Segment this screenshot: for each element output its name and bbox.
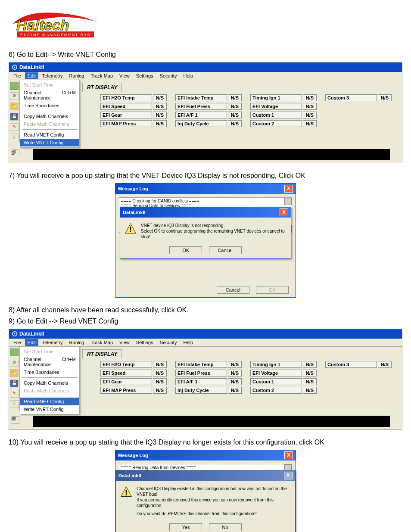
menu-trackmap[interactable]: Track Map [88, 339, 116, 346]
channel-label[interactable]: Custom 3 [325, 361, 377, 368]
menu-file[interactable]: File [11, 72, 24, 79]
inner-title: DataLinkII [123, 210, 146, 215]
channel-value: N/S [378, 94, 392, 101]
channel-label[interactable]: EFI Intake Temp [175, 94, 227, 101]
channel-label[interactable]: EFI Intake Temp [175, 361, 227, 368]
gear-icon [12, 331, 18, 337]
menubar[interactable]: File Edit Telemetry Runlog Track Map Vie… [9, 339, 402, 347]
mi-time-boundaries[interactable]: Time Boundaries [20, 368, 79, 376]
menu-telemetry[interactable]: Telemetry [40, 339, 65, 346]
ok-button[interactable]: OK [169, 246, 202, 254]
channel-label[interactable]: Timing Ign 1 [250, 361, 302, 368]
mi-copy-math[interactable]: Copy Math Channels [20, 379, 79, 387]
tb-forbid-icon[interactable]: ⊘ [10, 359, 19, 367]
channel-value: N/S [303, 112, 317, 118]
cancel-button[interactable]: Cancel [209, 246, 242, 254]
channel-label[interactable]: Timing Ign 1 [250, 94, 302, 101]
close-icon[interactable]: X [284, 472, 293, 479]
channel-label[interactable]: EFI Speed [100, 103, 152, 110]
channel-label[interactable]: Inj Duty Cycle [175, 387, 227, 394]
mi-write-vnet[interactable]: Write VNET Config [20, 405, 79, 413]
menu-telemetry[interactable]: Telemetry [40, 72, 65, 79]
tb-save-icon[interactable]: 💾 [10, 380, 19, 387]
channel-label[interactable]: EFI Speed [100, 370, 152, 376]
tb-chart-icon[interactable]: ✎ [10, 390, 19, 398]
channel-label[interactable]: EFI Gear [100, 112, 152, 118]
message-log-dialog: Message Log X ==== Checking for CANID co… [115, 183, 296, 298]
tab-rt-display[interactable]: RT DISPLAY [82, 349, 122, 358]
menu-runlog[interactable]: Runlog [67, 339, 87, 346]
dialog-titlebar[interactable]: Message Log X [115, 184, 296, 194]
dialog-titlebar[interactable]: Message Log X [115, 450, 296, 460]
menu-separator [22, 129, 78, 130]
channel-value: N/S [153, 378, 167, 385]
mi-time-boundaries[interactable]: Time Boundaries [20, 102, 79, 109]
mi-channel-maintenance[interactable]: Channel MaintenanceCtrl+M [20, 355, 79, 368]
channel-label[interactable]: EFI Fuel Press [175, 370, 227, 376]
menu-settings[interactable]: Settings [134, 72, 156, 79]
svg-point-8 [14, 333, 16, 335]
menu-view[interactable]: View [117, 339, 132, 346]
tb-save-icon[interactable]: 💾 [10, 113, 19, 121]
channel-value: N/S [153, 387, 167, 394]
window-titlebar: DataLinkII [9, 62, 402, 72]
tb-new-icon[interactable] [10, 348, 19, 356]
scroll-up-icon[interactable] [284, 198, 292, 205]
edit-dropdown[interactable]: Set Start Time Channel MaintenanceCtrl+M… [20, 346, 80, 414]
channel-label[interactable]: EFI A/F 1 [175, 112, 227, 118]
channel-label[interactable]: Inj Duty Cycle [175, 120, 227, 127]
tab-rt-display[interactable]: RT DISPLAY [82, 83, 122, 92]
mi-read-vnet[interactable]: Read VNET Config [20, 131, 79, 139]
channel-label[interactable]: Custom 1 [250, 378, 302, 385]
menubar[interactable]: File Edit Telemetry Runlog Track Map Vie… [9, 72, 402, 80]
tb-new-icon[interactable] [10, 82, 19, 90]
channel-label[interactable]: EFI Fuel Press [175, 103, 227, 110]
step-7-text: 7) You will receive a pop up stating tha… [9, 172, 402, 180]
yes-button[interactable]: Yes [169, 523, 202, 531]
menu-security[interactable]: Security [157, 339, 180, 346]
menu-edit[interactable]: Edit [25, 339, 38, 346]
channel-label[interactable]: Custom 3 [325, 94, 377, 101]
tb-print-icon[interactable]: ⎙ [10, 134, 19, 141]
mi-write-vnet[interactable]: Write VNET Config [20, 139, 79, 146]
menu-settings[interactable]: Settings [134, 339, 156, 346]
channel-label[interactable]: EFI Gear [100, 378, 152, 385]
mi-channel-maintenance[interactable]: Channel MaintenanceCtrl+M [20, 89, 79, 102]
close-icon[interactable]: X [284, 185, 293, 193]
mi-read-vnet[interactable]: Read VNET Config [20, 398, 79, 405]
tb-forbid-icon[interactable]: ⊘ [10, 92, 19, 100]
dock-icon[interactable]: 🗐 [11, 149, 19, 157]
close-icon[interactable]: X [284, 451, 293, 459]
tb-print-icon[interactable]: ⎙ [10, 400, 19, 408]
menu-help[interactable]: Help [181, 339, 196, 346]
channel-label[interactable]: EFI MAP Press [100, 387, 152, 394]
edit-dropdown[interactable]: Set Start Time Channel MaintenanceCtrl+M… [20, 80, 80, 148]
menu-help[interactable]: Help [181, 72, 196, 79]
channel-label[interactable]: EFI Voltage [250, 103, 302, 110]
channel-label[interactable]: EFI Voltage [250, 370, 302, 376]
tb-open-icon[interactable]: 📂 [10, 369, 19, 377]
tb-open-icon[interactable]: 📂 [10, 103, 19, 110]
channel-label[interactable]: Custom 2 [250, 120, 302, 127]
channel-label[interactable]: EFI A/F 1 [175, 378, 227, 385]
no-button[interactable]: No [209, 523, 242, 531]
channel-label[interactable]: EFI H2O Temp [100, 94, 152, 101]
inner-titlebar[interactable]: DataLinkII X [120, 207, 291, 218]
inner-alert-dialog: DataLinkII X ! Channel IQ3 Display exist… [115, 470, 296, 532]
tb-chart-icon[interactable]: ✎ [10, 123, 19, 131]
channel-label[interactable]: Custom 1 [250, 112, 302, 118]
menu-edit[interactable]: Edit [25, 72, 38, 79]
menu-view[interactable]: View [117, 72, 132, 79]
channel-label[interactable]: EFI H2O Temp [100, 361, 152, 368]
close-icon[interactable]: X [280, 208, 288, 216]
menu-file[interactable]: File [11, 339, 24, 346]
dock-icon[interactable]: 🗐 [11, 416, 19, 424]
channel-label[interactable]: EFI MAP Press [100, 120, 152, 127]
mi-copy-math[interactable]: Copy Math Channels [20, 112, 79, 120]
menu-trackmap[interactable]: Track Map [88, 72, 116, 79]
channel-label[interactable]: Custom 2 [250, 387, 302, 394]
inner-titlebar[interactable]: DataLinkII X [116, 470, 295, 481]
menu-runlog[interactable]: Runlog [67, 72, 87, 79]
outer-cancel-button[interactable]: Cancel [217, 286, 249, 294]
menu-security[interactable]: Security [157, 72, 180, 79]
